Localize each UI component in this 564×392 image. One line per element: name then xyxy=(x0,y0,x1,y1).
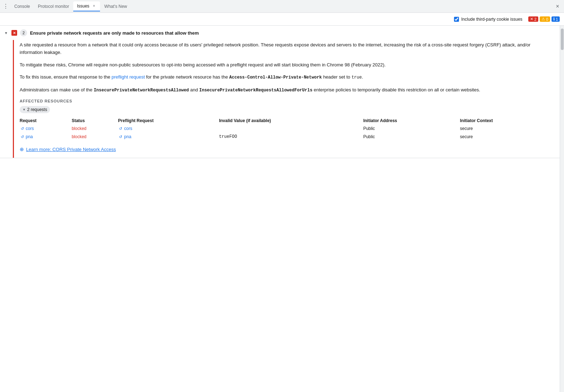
row2-status-label: blocked xyxy=(72,134,86,139)
tab-issues-close-icon[interactable]: × xyxy=(91,4,96,9)
toolbar: Include third-party cookie issues ✕ 2 ⚠ … xyxy=(0,13,564,26)
info-badge-count: 1 xyxy=(556,17,558,21)
row1-request-link[interactable]: ↺ cors xyxy=(20,126,34,131)
paragraph4-code2: InsecurePrivateNetworkRequestsAllowedFor… xyxy=(199,88,313,93)
drag-handle-icon[interactable]: ⋮ xyxy=(1,0,10,13)
tab-issues-label: Issues xyxy=(77,4,89,9)
col-header-invalid: Invalid Value (if available) xyxy=(219,117,363,125)
paragraph3-post: header set to xyxy=(322,74,351,80)
scrollbar-track[interactable] xyxy=(560,26,564,392)
warn-badge-count: 0 xyxy=(546,17,548,21)
row2-preflight-icon: ↺ xyxy=(118,134,123,139)
row1-request-label: cors xyxy=(26,126,34,131)
tab-whats-new-label: What's New xyxy=(104,4,127,9)
paragraph4-pre: Administrators can make use of the xyxy=(20,87,94,92)
tab-protocol-monitor[interactable]: Protocol monitor xyxy=(34,1,73,11)
row2-request: ↺ pna xyxy=(20,132,72,141)
row2-status: blocked xyxy=(72,132,118,141)
requests-toggle[interactable]: ▼ 2 requests xyxy=(20,106,50,113)
issue-body: A site requested a resource from a netwo… xyxy=(13,40,560,158)
warn-badge-icon: ⚠ xyxy=(541,17,545,21)
row2-initiator-ctx: secure xyxy=(460,132,554,141)
tab-bar: ⋮ Console Protocol monitor Issues × What… xyxy=(0,0,564,13)
row2-request-link[interactable]: ↺ pna xyxy=(20,134,33,139)
row1-initiator-addr: Public xyxy=(363,125,460,133)
row1-status: blocked xyxy=(72,125,118,133)
warn-badge: ⚠ 0 xyxy=(540,16,550,22)
paragraph4-code1: InsecurePrivateNetworkRequestsAllowed xyxy=(94,88,189,93)
third-party-cookie-checkbox[interactable] xyxy=(454,17,459,22)
paragraph3-pre: To fix this issue, ensure that response … xyxy=(20,74,111,80)
third-party-cookie-checkbox-label[interactable]: Include third-party cookie issues xyxy=(454,17,522,22)
paragraph3-code1: Access-Control-Allow-Private-Network xyxy=(229,75,322,80)
error-badge-icon: ✕ xyxy=(530,17,533,21)
tab-console[interactable]: Console xyxy=(11,1,34,11)
preflight-request-link[interactable]: preflight request xyxy=(111,74,145,80)
row1-preflight-label: cors xyxy=(124,126,133,131)
issue-group: ▼ ✕ 2 Ensure private network requests ar… xyxy=(0,26,560,158)
issue-paragraph-1: A site requested a resource from a netwo… xyxy=(20,41,554,56)
row1-preflight: ↺ cors xyxy=(118,125,219,133)
tab-whats-new[interactable]: What's New xyxy=(101,1,131,11)
tab-issues[interactable]: Issues × xyxy=(73,1,100,11)
row1-invalid-value xyxy=(219,125,363,133)
learn-more-row: ⊕ Learn more: CORS Private Network Acces… xyxy=(20,146,554,152)
row2-invalid-value-code: trueFOO xyxy=(219,134,237,139)
row2-preflight: ↺ pna xyxy=(118,132,219,141)
row2-invalid-value: trueFOO xyxy=(219,132,363,141)
close-devtools-button[interactable]: × xyxy=(553,1,563,11)
col-header-status: Status xyxy=(72,117,118,125)
paragraph3-code2: true xyxy=(351,75,362,80)
row1-request: ↺ cors xyxy=(20,125,72,133)
issue-chevron-icon[interactable]: ▼ xyxy=(4,31,9,35)
paragraph4-mid: and xyxy=(189,87,199,92)
table-row: ↺ pna blocked ↺ pna xyxy=(20,132,554,141)
paragraph4-post: enterprise policies to temporarily disab… xyxy=(313,87,480,92)
row1-preflight-icon: ↺ xyxy=(118,126,123,131)
paragraph3-end: . xyxy=(362,74,363,80)
resources-table: Request Status Preflight Request Invalid… xyxy=(20,117,554,141)
error-badge-count: 2 xyxy=(534,17,536,21)
tab-console-label: Console xyxy=(14,4,30,9)
main-content: ▼ ✕ 2 Ensure private network requests ar… xyxy=(0,26,564,392)
row2-preflight-link[interactable]: ↺ pna xyxy=(118,134,131,139)
requests-toggle-label: 2 requests xyxy=(27,107,47,112)
col-header-request: Request xyxy=(20,117,72,125)
issue-description: A site requested a resource from a netwo… xyxy=(20,41,554,94)
tab-protocol-monitor-label: Protocol monitor xyxy=(38,4,69,9)
issue-paragraph-4: Administrators can make use of the Insec… xyxy=(20,86,554,94)
scrollbar-thumb[interactable] xyxy=(561,29,564,50)
row1-status-label: blocked xyxy=(72,126,86,131)
issues-panel[interactable]: ▼ ✕ 2 Ensure private network requests ar… xyxy=(0,26,560,392)
issue-header[interactable]: ▼ ✕ 2 Ensure private network requests ar… xyxy=(0,26,560,40)
issue-error-icon: ✕ xyxy=(11,30,17,36)
issue-paragraph-2: To mitigate these risks, Chrome will req… xyxy=(20,61,554,69)
error-badge: ✕ 2 xyxy=(528,16,538,22)
col-header-initiator-addr: Initiator Address xyxy=(363,117,460,125)
row1-initiator-ctx: secure xyxy=(460,125,554,133)
issue-paragraph-3: To fix this issue, ensure that response … xyxy=(20,74,554,81)
learn-more-link[interactable]: Learn more: CORS Private Network Access xyxy=(26,147,116,152)
row2-request-icon: ↺ xyxy=(20,134,25,139)
col-header-preflight: Preflight Request xyxy=(118,117,219,125)
info-badge: ℹ 1 xyxy=(551,16,560,22)
row1-request-icon: ↺ xyxy=(20,126,25,131)
third-party-cookie-label: Include third-party cookie issues xyxy=(461,17,522,22)
row2-initiator-addr: Public xyxy=(363,132,460,141)
paragraph3-mid: for the private network resource has the xyxy=(145,74,229,80)
badge-group: ✕ 2 ⚠ 0 ℹ 1 xyxy=(528,16,560,22)
table-row: ↺ cors blocked ↺ cors xyxy=(20,125,554,133)
issue-count-badge: 2 xyxy=(20,29,27,36)
row2-request-label: pna xyxy=(26,134,33,139)
info-badge-icon: ℹ xyxy=(553,17,555,21)
requests-toggle-chevron-icon: ▼ xyxy=(23,108,26,111)
affected-resources-label: AFFECTED RESOURCES xyxy=(20,99,554,103)
issue-title: Ensure private network requests are only… xyxy=(30,30,199,36)
row2-preflight-label: pna xyxy=(124,134,131,139)
learn-more-arrow-icon: ⊕ xyxy=(20,146,24,152)
col-header-initiator-ctx: Initiator Context xyxy=(460,117,554,125)
row1-preflight-link[interactable]: ↺ cors xyxy=(118,126,133,131)
